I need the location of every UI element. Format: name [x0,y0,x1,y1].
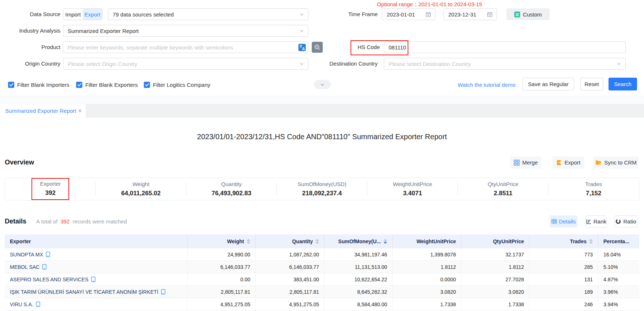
sort-carets-icon[interactable] [315,239,319,244]
export-button[interactable]: Export [553,156,584,169]
overview-stats-card: Exporter392Weight64,011,265.02Quantity76… [5,178,639,200]
filter-blank-exporters-checkbox[interactable]: Filter Blank Exporters [76,81,138,89]
company-contact-icon[interactable] [46,252,50,257]
view-details-button[interactable]: Details [550,215,577,227]
close-icon[interactable]: × [78,108,82,114]
product-input-wrap: A [63,41,308,53]
overview-stat: Weight64,011,265.02 [96,178,186,200]
value-cell: 6,146,033.77 [256,261,325,273]
table-row: MEBOL SAC6,146,033.776,146,033.7711,131,… [5,261,639,273]
value-cell: 34,981,197.46 [325,248,393,260]
reset-button[interactable]: Reset [580,78,603,90]
value-cell: 24,990.00 [188,248,256,260]
svg-text:A: A [302,47,304,51]
destination-country-label: Destination Country [315,58,378,70]
column-header-weight[interactable]: Weight [188,234,256,248]
column-header-label: Weight [227,238,244,244]
data-source-toggle[interactable]: Import Export [63,8,102,20]
sort-carets-icon[interactable] [247,239,250,244]
industry-analysis-label: Industry Analysis [7,25,60,37]
column-header-label: QtyUnitPrice [493,238,524,244]
exporter-name[interactable]: IŞIK TARIM ÜRÜNLERİ SANAYİ VE TİCARET AN… [10,289,158,295]
stat-label: Trades [585,181,602,188]
hs-code-input-wrap [384,41,626,53]
save-as-regular-button[interactable]: Save as Regular [523,78,574,90]
view-ratio-button[interactable]: Ratio [614,215,637,227]
column-header-sumofmoney-u-[interactable]: SumOfMoney(U... [325,234,393,248]
export-toggle-option[interactable]: Export [83,9,102,20]
value-cell: 2,805,117.81 [188,286,256,298]
time-frame-start-input[interactable]: 2023-01-01 [382,8,435,20]
exporter-name-link[interactable]: MEBOL SAC [10,264,46,270]
hs-code-input[interactable] [384,44,625,51]
filter-logitics-company-checkbox[interactable]: Filter Logitics Company [144,81,210,89]
value-cell: 5.10% [598,261,639,273]
column-header-label: SumOfMoney(U... [338,238,381,244]
time-frame-end-input[interactable]: 2023-12-31 [443,8,497,20]
column-header-label: Exporter [10,238,31,244]
column-header-weightunitprice: WeightUnitPrice [393,234,461,248]
exporter-name-link[interactable]: SUNOPTA MX [10,252,50,258]
view-rank-button[interactable]: Rank [586,215,607,227]
search-doc-icon [314,44,321,51]
calendar-icon [487,12,497,17]
column-header-quantity[interactable]: Quantity [256,234,325,248]
origin-country-select[interactable]: Please select Origin Country [63,58,308,70]
export-icon [557,160,562,166]
data-sources-select[interactable]: 79 data sources selected [108,8,308,20]
custom-range-button[interactable]: ⌘ Custom [506,8,550,20]
company-contact-icon[interactable] [161,289,165,295]
table-row: IŞIK TARIM ÜRÜNLERİ SANAYİ VE TİCARET AN… [5,286,639,298]
value-cell: 1,399.8078 [393,248,461,260]
company-contact-icon[interactable] [42,264,46,270]
panel-divider-band [0,96,644,104]
exporter-name-link[interactable]: VIRU S.A. [10,301,40,307]
exporter-cell: MEBOL SAC [5,261,188,273]
destination-country-select[interactable]: Please select Destination Country [384,58,626,70]
sort-carets-icon[interactable] [589,239,593,244]
exporter-name[interactable]: MEBOL SAC [10,264,40,270]
column-header-exporter: Exporter [5,234,188,248]
company-contact-icon[interactable] [36,301,40,307]
industry-analysis-select[interactable]: Summarized Exporter Report [63,25,308,37]
stat-label: WeightUnitPrice [393,181,432,188]
chevron-down-icon [320,82,325,87]
exporter-name-link[interactable]: ASEPRO SALES AND SERVICES [10,277,96,282]
search-button[interactable]: Search [609,78,637,90]
tab-summarized-exporter-report[interactable]: Summarized Exporter Report × [0,104,86,118]
column-header-trades[interactable]: Trades [529,234,598,248]
stat-label: Exporter [40,181,61,187]
value-cell: 773 [529,248,598,260]
collapse-panel-button[interactable] [314,80,331,89]
exporter-name[interactable]: ASEPRO SALES AND SERVICES [10,277,89,282]
exporter-name-link[interactable]: IŞIK TARIM ÜRÜNLERİ SANAYİ VE TİCARET AN… [10,289,165,295]
folder-sync-icon [595,160,602,165]
translate-icon[interactable]: A [298,44,308,51]
value-cell: 4,951,275.05 [256,298,325,310]
checkbox-checked-icon[interactable] [144,82,150,88]
chevron-down-icon [299,29,308,33]
fuzzy-search-button[interactable] [312,42,323,53]
exporter-name[interactable]: VIRU S.A. [10,301,33,307]
value-cell: 246 [529,298,598,310]
tutorial-demo-link[interactable]: Watch the tutorial demo [458,79,516,91]
chevron-down-icon [299,12,308,17]
sort-carets-icon[interactable] [383,239,387,244]
checkbox-checked-icon[interactable] [76,82,82,88]
import-toggle-option[interactable]: Import [63,9,83,20]
stat-value: 64,011,265.02 [121,190,161,197]
value-cell: 3.0820 [393,286,461,298]
chevron-down-icon [299,62,308,66]
merge-button[interactable]: Merge [510,156,542,169]
exporter-name[interactable]: SUNOPTA MX [10,252,43,258]
value-cell: 285 [529,261,598,273]
sync-to-crm-button[interactable]: Sync to CRM [593,156,639,169]
ratio-donut-icon [615,219,621,224]
overview-heading: Overview [5,156,34,169]
filter-blank-importers-checkbox[interactable]: Filter Blank Importers [8,81,70,89]
stat-label: Weight [132,181,149,188]
checkbox-checked-icon[interactable] [8,82,14,88]
company-contact-icon[interactable] [91,277,96,282]
value-cell: 1.8112 [393,261,461,273]
product-input[interactable] [63,44,298,51]
